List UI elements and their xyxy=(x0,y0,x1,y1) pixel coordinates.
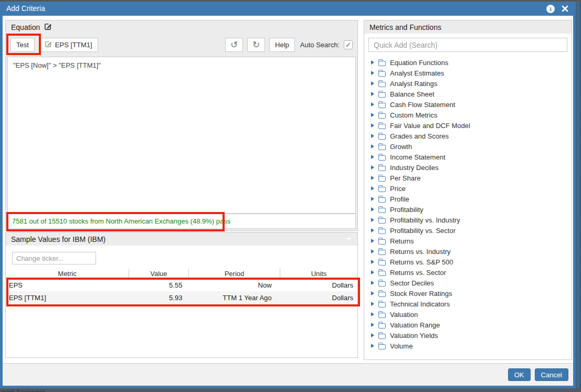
tree-item-balance-sheet[interactable]: Balance Sheet xyxy=(371,89,572,99)
expand-arrow-icon[interactable] xyxy=(371,312,374,316)
expand-arrow-icon[interactable] xyxy=(371,92,374,96)
column-header-value[interactable]: Value xyxy=(129,269,189,279)
info-icon[interactable]: i xyxy=(546,5,555,13)
tree-item-custom-metrics[interactable]: Custom Metrics xyxy=(371,110,572,120)
edit-equation-icon[interactable] xyxy=(44,23,52,32)
expand-arrow-icon[interactable] xyxy=(371,176,374,180)
tree-item-valuation-range[interactable]: Valuation Range xyxy=(371,320,572,330)
collapse-chevron-icon[interactable] xyxy=(346,238,351,241)
pass-result-text: 7581 out of 15510 stocks from North Amer… xyxy=(12,217,230,225)
expand-arrow-icon[interactable] xyxy=(371,302,374,306)
equation-editor[interactable]: "EPS [Now]" > "EPS [TTM1]" xyxy=(7,57,356,214)
tree-item-label: Price xyxy=(390,185,406,193)
expand-arrow-icon[interactable] xyxy=(371,260,374,264)
expand-arrow-icon[interactable] xyxy=(371,186,374,190)
tree-item-growth[interactable]: Growth xyxy=(371,141,572,152)
dialog-titlebar: Add Criteria i xyxy=(0,2,576,16)
equation-expression: "EPS [Now]" > "EPS [TTM1]" xyxy=(13,61,101,69)
cancel-button[interactable]: Cancel xyxy=(535,368,568,381)
folder-icon xyxy=(378,82,386,87)
expand-arrow-icon[interactable] xyxy=(371,239,374,243)
tree-item-profitability-vs-sector[interactable]: Profitability vs. Sector xyxy=(371,225,572,236)
auto-search-label: Auto Search: xyxy=(300,41,340,49)
column-header-units[interactable]: Units xyxy=(280,269,357,279)
expand-arrow-icon[interactable] xyxy=(371,71,374,75)
expand-arrow-icon[interactable] xyxy=(371,323,374,327)
tree-item-profitability-vs-industry[interactable]: Profitability vs. Industry xyxy=(371,215,572,225)
tree-item-income-statement[interactable]: Income Statement xyxy=(371,152,572,162)
folder-icon xyxy=(378,218,386,224)
tree-item-returns-vs-sector[interactable]: Returns vs. Sector xyxy=(371,267,572,278)
tree-item-valuation-yields[interactable]: Valuation Yields xyxy=(371,330,572,341)
cell-metric: EPS [TTM1] xyxy=(6,291,129,304)
expand-arrow-icon[interactable] xyxy=(371,81,374,86)
tree-item-profile[interactable]: Profile xyxy=(371,194,572,204)
help-button[interactable]: Help xyxy=(269,38,295,52)
expand-arrow-icon[interactable] xyxy=(371,207,374,211)
tree-item-sector-deciles[interactable]: Sector Deciles xyxy=(371,278,572,288)
expand-arrow-icon[interactable] xyxy=(371,102,374,107)
tree-item-industry-deciles[interactable]: Industry Deciles xyxy=(371,162,572,173)
tree-item-analyst-ratings[interactable]: Analyst Ratings xyxy=(371,78,572,89)
expand-arrow-icon[interactable] xyxy=(371,249,374,253)
undo-icon[interactable]: ↺ xyxy=(225,38,243,52)
folder-icon xyxy=(378,239,386,245)
expand-arrow-icon[interactable] xyxy=(371,134,374,138)
quick-add-search-input[interactable] xyxy=(368,38,567,52)
cell-units: Dollars xyxy=(280,291,357,304)
tree-item-returns[interactable]: Returns xyxy=(371,236,572,246)
expand-arrow-icon[interactable] xyxy=(371,228,374,232)
expand-arrow-icon[interactable] xyxy=(371,155,374,159)
expand-arrow-icon[interactable] xyxy=(371,344,374,348)
expand-arrow-icon[interactable] xyxy=(371,218,374,222)
tree-item-profitability[interactable]: Profitability xyxy=(371,204,572,215)
tree-item-volume[interactable]: Volume xyxy=(371,341,572,351)
tree-item-label: Valuation Yields xyxy=(390,332,438,340)
cell-value: 5.93 xyxy=(129,291,189,304)
tree-item-grades-and-scores[interactable]: Grades and Scores xyxy=(371,131,572,141)
folder-icon xyxy=(378,292,386,297)
metric-chip-button[interactable]: EPS [TTM1] xyxy=(39,38,98,52)
expand-arrow-icon[interactable] xyxy=(371,165,374,169)
expand-arrow-icon[interactable] xyxy=(371,291,374,295)
tree-item-label: Sector Deciles xyxy=(390,279,434,287)
redo-icon[interactable]: ↻ xyxy=(247,38,265,52)
column-header-metric[interactable]: Metric xyxy=(6,269,129,279)
table-row[interactable]: EPS [TTM1] 5.93 TTM 1 Year Ago Dollars xyxy=(6,291,357,304)
tree-item-technical-indicators[interactable]: Technical Indicators xyxy=(371,299,572,309)
tree-item-price[interactable]: Price xyxy=(371,183,572,194)
change-ticker-input[interactable] xyxy=(12,252,96,264)
test-button[interactable]: Test xyxy=(10,38,35,52)
tree-item-label: Technical Indicators xyxy=(390,300,450,308)
expand-arrow-icon[interactable] xyxy=(371,270,374,274)
expand-arrow-icon[interactable] xyxy=(371,113,374,117)
dialog-title: Add Criteria xyxy=(6,2,45,16)
tree-item-label: Returns vs. Industry xyxy=(390,248,451,256)
expand-arrow-icon[interactable] xyxy=(371,333,374,337)
tree-item-returns-vs-industry[interactable]: Returns vs. Industry xyxy=(371,246,572,257)
tree-item-stock-rover-ratings[interactable]: Stock Rover Ratings xyxy=(371,288,572,299)
metric-chip-label: EPS [TTM1] xyxy=(55,41,92,49)
expand-arrow-icon[interactable] xyxy=(371,281,374,285)
folder-icon xyxy=(378,134,386,140)
table-row[interactable]: EPS 5.55 Now Dollars xyxy=(6,279,357,291)
tree-item-cash-flow-statement[interactable]: Cash Flow Statement xyxy=(371,99,572,110)
folder-icon xyxy=(378,323,386,329)
tree-item-label: Returns xyxy=(390,237,414,245)
tree-item-valuation[interactable]: Valuation xyxy=(371,309,572,320)
expand-arrow-icon[interactable] xyxy=(371,144,374,149)
expand-arrow-icon[interactable] xyxy=(371,123,374,128)
expand-arrow-icon[interactable] xyxy=(371,60,374,65)
close-icon[interactable] xyxy=(562,5,568,12)
equation-toolbar: Test EPS [TTM1] ↺ ↻ Help Auto Search: ✓ xyxy=(6,34,357,56)
tree-item-returns-vs-sp500[interactable]: Returns vs. S&P 500 xyxy=(371,257,572,267)
column-header-period[interactable]: Period xyxy=(188,269,280,279)
tree-item-analyst-estimates[interactable]: Analyst Estimates xyxy=(371,68,572,78)
tree-item-fair-value-dcf[interactable]: Fair Value and DCF Model xyxy=(371,120,572,131)
auto-search-checkbox[interactable]: ✓ xyxy=(344,40,353,49)
tree-item-per-share[interactable]: Per Share xyxy=(371,173,572,183)
tree-item-label: Fair Value and DCF Model xyxy=(390,122,470,130)
expand-arrow-icon[interactable] xyxy=(371,197,374,201)
tree-item-equation-functions[interactable]: Equation Functions xyxy=(371,57,572,68)
ok-button[interactable]: OK xyxy=(508,368,531,381)
